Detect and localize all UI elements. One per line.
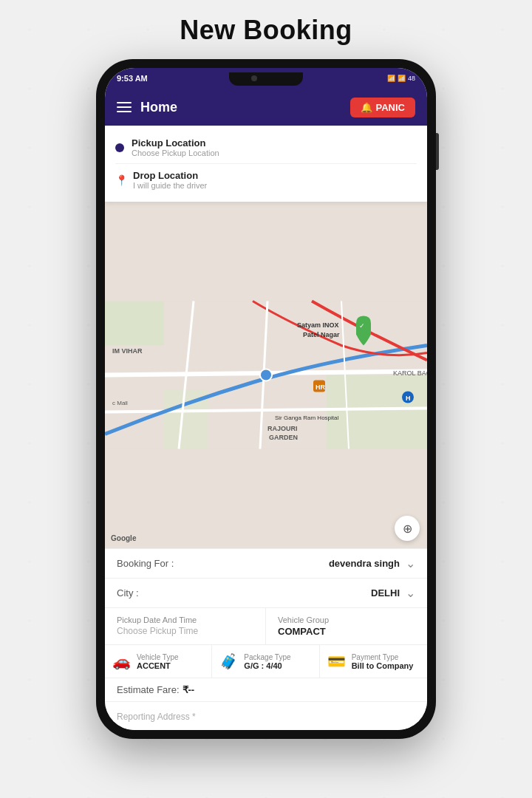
payment-type-cell[interactable]: 💳 Payment Type Bill to Company xyxy=(320,645,427,678)
map-background: IM VIHAR Satyam INOX Patel Nagar KAROL B… xyxy=(105,202,427,548)
estimate-fare-value: ₹-- xyxy=(183,684,195,695)
payment-type-icon: 💳 xyxy=(327,652,346,670)
status-icons: 📶 📶 48 xyxy=(387,75,415,82)
booking-for-right: devendra singh ⌄ xyxy=(329,556,415,570)
pickup-dot-icon xyxy=(115,143,124,152)
signal-icon: 📶 xyxy=(387,75,395,82)
phone-shell: 9:53 AM 📶 📶 48 Home xyxy=(96,59,436,739)
svg-text:KAROL BAGH: KAROL BAGH xyxy=(393,369,427,377)
package-type-value: G/G : 4/40 xyxy=(244,661,290,670)
drop-location-row[interactable]: 📍 Drop Location I will guide the driver xyxy=(115,163,417,196)
gps-button[interactable]: ⊕ xyxy=(395,516,420,541)
vehicle-group-label: Vehicle Group xyxy=(278,615,415,624)
pickup-location-label: Pickup Location xyxy=(132,137,219,149)
map-area[interactable]: IM VIHAR Satyam INOX Patel Nagar KAROL B… xyxy=(105,202,427,548)
estimate-fare-label: Estimate Fare: xyxy=(117,684,180,695)
city-row[interactable]: City : DELHI ⌄ xyxy=(105,579,427,608)
vehicle-type-text: Vehicle Type ACCENT xyxy=(137,653,179,670)
vehicle-type-label: Vehicle Type xyxy=(137,653,179,661)
hamburger-icon[interactable] xyxy=(117,102,132,112)
package-type-text: Package Type G/G : 4/40 xyxy=(244,653,290,670)
svg-text:c Mall: c Mall xyxy=(112,400,128,406)
header-left: Home xyxy=(117,100,177,115)
svg-text:✓: ✓ xyxy=(359,322,365,330)
booking-form: Booking For : devendra singh ⌄ City : DE… xyxy=(105,548,427,730)
estimate-fare-row: Estimate Fare: ₹-- xyxy=(105,678,427,702)
panic-button[interactable]: 🔔 PANIC xyxy=(350,98,415,117)
svg-text:GARDEN: GARDEN xyxy=(269,434,298,441)
battery-text: 48 xyxy=(408,75,415,82)
app-header: Home 🔔 PANIC xyxy=(105,89,427,126)
reporting-address-row[interactable]: Reporting Address * xyxy=(105,702,427,730)
pickup-location-text: Pickup Location Choose Pickup Location xyxy=(132,137,219,157)
vehicle-group-value: COMPACT xyxy=(278,626,415,637)
pickup-location-placeholder: Choose Pickup Location xyxy=(132,149,219,157)
phone-camera xyxy=(251,75,257,81)
location-panel: Pickup Location Choose Pickup Location 📍… xyxy=(105,126,427,202)
package-type-label: Package Type xyxy=(244,653,290,661)
payment-type-text: Payment Type Bill to Company xyxy=(352,653,414,670)
svg-rect-2 xyxy=(327,375,427,449)
vehicle-type-icon: 🚗 xyxy=(112,652,131,670)
svg-text:Patel Nagar: Patel Nagar xyxy=(303,331,340,338)
svg-text:IM VIHAR: IM VIHAR xyxy=(112,347,143,355)
booking-for-row[interactable]: Booking For : devendra singh ⌄ xyxy=(105,549,427,579)
drop-pin-icon: 📍 xyxy=(115,175,126,185)
package-type-cell[interactable]: 🧳 Package Type G/G : 4/40 xyxy=(212,645,319,678)
svg-text:Satyam INOX: Satyam INOX xyxy=(297,321,339,329)
pickup-location-row[interactable]: Pickup Location Choose Pickup Location xyxy=(115,132,417,163)
status-time: 9:53 AM xyxy=(117,74,148,83)
phone-screen: 9:53 AM 📶 📶 48 Home xyxy=(105,68,427,730)
pickup-date-cell[interactable]: Pickup Date And Time Choose Pickup Time xyxy=(105,608,266,644)
city-right: DELHI ⌄ xyxy=(371,586,415,600)
wifi-icon: 📶 xyxy=(398,75,406,82)
booking-for-label: Booking For : xyxy=(117,558,174,569)
payment-type-value: Bill to Company xyxy=(352,661,414,670)
phone-side-button xyxy=(436,133,439,170)
header-title: Home xyxy=(140,100,177,115)
city-chevron-icon: ⌄ xyxy=(406,586,415,600)
drop-location-text: Drop Location I will guide the driver xyxy=(133,170,207,190)
reporting-address-label: Reporting Address * xyxy=(117,712,196,722)
phone-notch xyxy=(229,72,303,86)
vehicle-type-cell[interactable]: 🚗 Vehicle Type ACCENT xyxy=(105,645,212,678)
svg-text:H: H xyxy=(406,395,411,402)
city-value: DELHI xyxy=(371,587,400,598)
svg-text:RAJOURI: RAJOURI xyxy=(267,425,298,432)
svg-text:HR: HR xyxy=(316,383,325,391)
vehicle-details-section: 🚗 Vehicle Type ACCENT 🧳 Package Type G/G… xyxy=(105,645,427,678)
page-title: New Booking xyxy=(180,15,352,46)
booking-for-chevron-icon: ⌄ xyxy=(406,556,415,570)
pickup-date-value: Choose Pickup Time xyxy=(117,626,253,636)
drop-location-placeholder: I will guide the driver xyxy=(133,181,207,190)
vehicle-type-value: ACCENT xyxy=(137,661,179,670)
booking-for-value: devendra singh xyxy=(329,558,400,569)
payment-type-label: Payment Type xyxy=(352,653,414,661)
svg-rect-1 xyxy=(105,301,164,346)
package-type-icon: 🧳 xyxy=(219,652,238,670)
svg-text:Sir Ganga Ram Hospital: Sir Ganga Ram Hospital xyxy=(275,415,338,421)
pickup-date-label: Pickup Date And Time xyxy=(117,615,253,624)
drop-location-label: Drop Location xyxy=(133,170,207,181)
google-logo: Google xyxy=(111,534,136,542)
panic-label: PANIC xyxy=(376,102,405,113)
panic-icon: 🔔 xyxy=(361,102,372,113)
date-vehicle-group-section: Pickup Date And Time Choose Pickup Time … xyxy=(105,608,427,645)
gps-icon: ⊕ xyxy=(403,522,412,536)
city-label: City : xyxy=(117,587,139,598)
svg-point-17 xyxy=(260,369,272,381)
vehicle-group-cell[interactable]: Vehicle Group COMPACT xyxy=(266,608,427,644)
